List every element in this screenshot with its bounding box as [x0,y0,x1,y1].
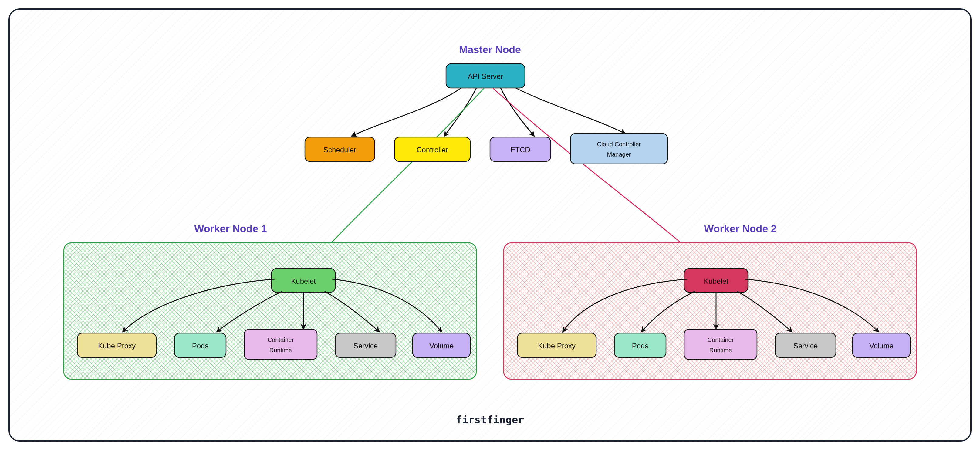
kube-proxy-1-label: Kube Proxy [98,342,135,350]
pods-1-label: Pods [192,342,209,350]
kubelet-1-node: Kubelet [272,269,335,292]
svg-rect-13 [244,329,317,359]
etcd-label: ETCD [510,146,530,154]
api-server-label: API Server [468,72,503,80]
service-2-node: Service [775,333,836,358]
controller-node: Controller [395,137,470,161]
service-2-label: Service [794,342,818,350]
scheduler-label: Scheduler [323,146,356,154]
container-runtime-2-l1: Container [708,337,734,343]
worker-2-title: Worker Node 2 [704,223,776,234]
kube-proxy-2-label: Kube Proxy [538,342,576,350]
container-runtime-1-l2: Runtime [269,347,292,353]
cloud-controller-manager-node: Cloud Controller Manager [570,134,668,164]
kubelet-2-node: Kubelet [684,269,748,292]
volume-1-node: Volume [413,333,470,358]
svg-rect-9 [570,134,668,164]
service-1-label: Service [353,342,378,350]
footer-brand: firstfinger [456,413,524,426]
kube-proxy-1-node: Kube Proxy [77,333,156,358]
container-runtime-1-node: Container Runtime [244,329,317,359]
pods-2-node: Pods [614,333,666,358]
kubernetes-architecture-diagram: Master Node API Server Scheduler Control… [0,0,980,450]
volume-2-label: Volume [869,342,894,350]
controller-label: Controller [417,146,448,154]
container-runtime-1-l1: Container [267,337,294,343]
pods-2-label: Pods [632,342,649,350]
ccm-label-2: Manager [607,151,631,158]
kubelet-1-label: Kubelet [291,277,316,285]
ccm-label-1: Cloud Controller [597,141,641,148]
kubelet-2-label: Kubelet [703,277,729,285]
pods-1-node: Pods [175,333,226,358]
scheduler-node: Scheduler [305,137,375,161]
master-node-title: Master Node [459,44,521,55]
svg-rect-19 [684,329,757,359]
worker-1-title: Worker Node 1 [194,223,267,234]
kube-proxy-2-node: Kube Proxy [517,333,596,358]
etcd-node: ETCD [490,137,551,161]
container-runtime-2-l2: Runtime [710,347,732,353]
volume-1-label: Volume [429,342,453,350]
api-server-node: API Server [446,64,525,88]
service-1-node: Service [335,333,396,358]
volume-2-node: Volume [853,333,910,358]
container-runtime-2-node: Container Runtime [684,329,757,359]
